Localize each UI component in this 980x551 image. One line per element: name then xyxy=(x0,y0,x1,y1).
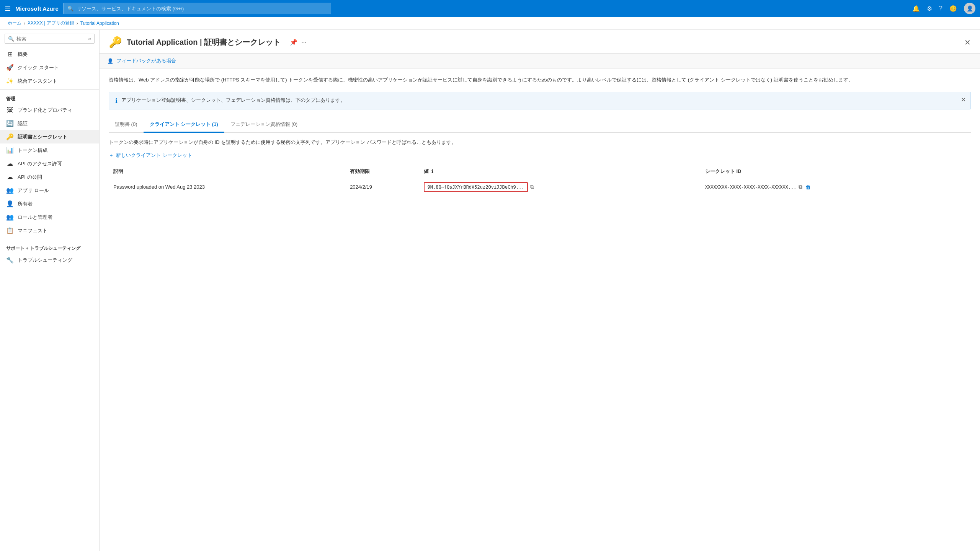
sidebar-item-api-access-label: API のアクセス許可 xyxy=(18,160,62,167)
sidebar-section-support: サポート + トラブルシューティング xyxy=(0,241,99,253)
roles-icon: 👥 xyxy=(6,214,14,221)
quickstart-icon: 🚀 xyxy=(6,64,14,71)
branding-icon: 🖼 xyxy=(6,107,14,114)
info-banner: ℹ アプリケーション登録証明書、シークレット、フェデレーション資格情報は、下のタ… xyxy=(109,92,971,109)
user-avatar[interactable]: 👤 xyxy=(964,3,975,14)
sidebar-search[interactable]: 🔍 « xyxy=(5,34,95,44)
page-header: 🔑 Tutorial Application | 証明書とシークレット 📌 ··… xyxy=(100,30,980,54)
copy-value-button[interactable]: ⧉ xyxy=(530,184,534,190)
sidebar-item-troubleshoot[interactable]: 🔧 トラブルシューティング xyxy=(0,253,99,267)
tab-certificates[interactable]: 証明書 (0) xyxy=(109,117,144,133)
api-expose-icon: ☁ xyxy=(6,173,14,181)
secrets-table: 説明 有効期限 値 ℹ シークレット ID Password uploaded … xyxy=(109,165,971,196)
settings-icon[interactable]: ⚙ xyxy=(927,5,932,12)
sidebar-item-overview[interactable]: ⊞ 概要 xyxy=(0,47,99,61)
troubleshoot-icon: 🔧 xyxy=(6,256,14,264)
sidebar-item-certs-label: 証明書とシークレット xyxy=(18,134,67,140)
table-header: 説明 有効期限 値 ℹ シークレット ID xyxy=(109,165,971,178)
breadcrumb-app-reg[interactable]: XXXXX | アプリの登録 xyxy=(28,20,74,26)
feedback-bar: 👤 フィードバックがある場合 xyxy=(100,54,980,68)
breadcrumb-current[interactable]: Tutorial Application xyxy=(80,21,119,26)
sidebar-item-assistant[interactable]: ✨ 統合アシスタント xyxy=(0,74,99,88)
topbar-icons: 🔔 ⚙ ? 😊 👤 xyxy=(912,3,975,14)
overview-icon: ⊞ xyxy=(6,51,14,58)
info-icon: ℹ xyxy=(115,97,118,104)
main-content: 資格情報は、Web アドレスの指定が可能な場所で (HTTPS スキーマを使用し… xyxy=(100,68,980,204)
sidebar-item-manifest[interactable]: 📋 マニフェスト xyxy=(0,224,99,237)
sidebar-item-owners-label: 所有者 xyxy=(18,201,33,207)
info-banner-text: アプリケーション登録証明書、シークレット、フェデレーション資格情報は、下のタブに… xyxy=(121,97,964,104)
sidebar-item-auth-label: 認証 xyxy=(18,120,28,127)
sidebar-item-api-expose-label: API の公開 xyxy=(18,174,42,181)
global-search[interactable]: 🔍 xyxy=(63,3,331,14)
close-button[interactable]: ✕ xyxy=(964,38,971,47)
info-banner-close-button[interactable]: ✕ xyxy=(961,96,966,103)
row-secret-id: XXXXXXXX-XXXX-XXXX-XXXX-XXXXXX... ⧉ 🗑 xyxy=(701,178,971,196)
approles-icon: 👥 xyxy=(6,187,14,194)
delete-secret-button[interactable]: 🗑 xyxy=(805,184,811,190)
auth-icon: 🔄 xyxy=(6,120,14,127)
pin-icon[interactable]: 📌 xyxy=(290,39,297,46)
sidebar-section-manage: 管理 xyxy=(0,91,99,104)
copy-id-button[interactable]: ⧉ xyxy=(799,184,802,190)
table-body: Password uploaded on Wed Aug 23 2023 202… xyxy=(109,178,971,196)
col-description: 説明 xyxy=(109,165,345,178)
api-access-icon: ☁ xyxy=(6,160,14,167)
sidebar-item-tokens[interactable]: 📊 トークン構成 xyxy=(0,143,99,157)
add-secret-button[interactable]: ＋ 新しいクライアント シークレット xyxy=(109,152,971,159)
sidebar-item-auth[interactable]: 🔄 認証 xyxy=(0,117,99,130)
tabs: 証明書 (0) クライアント シークレット (1) フェデレーション資格情報 (… xyxy=(109,117,971,133)
tokens-icon: 📊 xyxy=(6,147,14,154)
value-info-icon[interactable]: ℹ xyxy=(431,169,433,174)
sidebar-item-approles-label: アプリ ロール xyxy=(18,187,49,194)
search-input[interactable] xyxy=(77,6,327,11)
row-expiry: 2024/2/19 xyxy=(345,178,419,196)
sidebar-item-certs[interactable]: 🔑 証明書とシークレット xyxy=(0,130,99,143)
more-actions-icon[interactable]: ··· xyxy=(301,39,306,46)
tab-federation[interactable]: フェデレーション資格情報 (0) xyxy=(224,117,304,133)
help-icon[interactable]: ? xyxy=(939,5,942,12)
sidebar-item-quickstart-label: クイック スタート xyxy=(18,64,59,71)
value-cell: 9N.8Q~fQsJXYrBRdV52uz2OviJJBeCh9... ⧉ xyxy=(424,182,696,192)
sidebar-collapse-icon[interactable]: « xyxy=(88,36,91,42)
certs-icon: 🔑 xyxy=(6,133,14,140)
sidebar-search-icon: 🔍 xyxy=(8,36,14,42)
feedback-icon[interactable]: 😊 xyxy=(949,5,957,12)
sidebar-item-overview-label: 概要 xyxy=(18,51,28,58)
sidebar-item-assistant-label: 統合アシスタント xyxy=(18,78,57,85)
sidebar-item-troubleshoot-label: トラブルシューティング xyxy=(18,257,72,264)
breadcrumb-home[interactable]: ホーム xyxy=(8,20,21,26)
azure-logo: Microsoft Azure xyxy=(15,5,59,12)
notifications-icon[interactable]: 🔔 xyxy=(912,5,920,12)
sidebar-item-roles[interactable]: 👥 ロールと管理者 xyxy=(0,210,99,224)
sidebar-item-branding[interactable]: 🖼 ブランド化とプロパティ xyxy=(0,104,99,117)
tab-client-secrets[interactable]: クライアント シークレット (1) xyxy=(144,117,224,133)
breadcrumb: ホーム › XXXXX | アプリの登録 › Tutorial Applicat… xyxy=(0,17,980,30)
add-secret-label: 新しいクライアント シークレット xyxy=(116,152,192,159)
sidebar-item-quickstart[interactable]: 🚀 クイック スタート xyxy=(0,61,99,74)
sidebar: 🔍 « ⊞ 概要 🚀 クイック スタート ✨ 統合アシスタント 管理 xyxy=(0,30,100,551)
feedback-text[interactable]: フィードバックがある場合 xyxy=(116,57,176,64)
sidebar-item-owners[interactable]: 👤 所有者 xyxy=(0,197,99,210)
page-header-icon: 🔑 xyxy=(109,36,122,49)
topbar: ☰ Microsoft Azure 🔍 🔔 ⚙ ? 😊 👤 xyxy=(0,0,980,17)
sidebar-item-api-access[interactable]: ☁ API のアクセス許可 xyxy=(0,157,99,170)
tab-description: トークンの要求時にアプリケーションが自身の ID を証明するために使用する秘密の… xyxy=(109,139,971,146)
sidebar-divider-support xyxy=(0,239,99,239)
hamburger-icon[interactable]: ☰ xyxy=(5,4,11,13)
sidebar-item-approles[interactable]: 👥 アプリ ロール xyxy=(0,184,99,197)
sidebar-item-api-expose[interactable]: ☁ API の公開 xyxy=(0,170,99,184)
description-text: 資格情報は、Web アドレスの指定が可能な場所で (HTTPS スキーマを使用し… xyxy=(109,76,971,84)
manifest-icon: 📋 xyxy=(6,227,14,234)
sidebar-search-input[interactable] xyxy=(16,36,86,42)
feedback-icon: 👤 xyxy=(107,58,113,64)
row-description: Password uploaded on Wed Aug 23 2023 xyxy=(109,178,345,196)
sidebar-item-branding-label: ブランド化とプロパティ xyxy=(18,107,72,114)
secret-value: 9N.8Q~fQsJXYrBRdV52uz2OviJJBeCh9... xyxy=(424,182,528,192)
page-header-actions: 📌 ··· xyxy=(290,39,306,46)
col-expiry: 有効期限 xyxy=(345,165,419,178)
sidebar-divider-manage xyxy=(0,89,99,90)
assistant-icon: ✨ xyxy=(6,77,14,85)
sidebar-item-manifest-label: マニフェスト xyxy=(18,227,47,234)
col-secret-id: シークレット ID xyxy=(701,165,971,178)
